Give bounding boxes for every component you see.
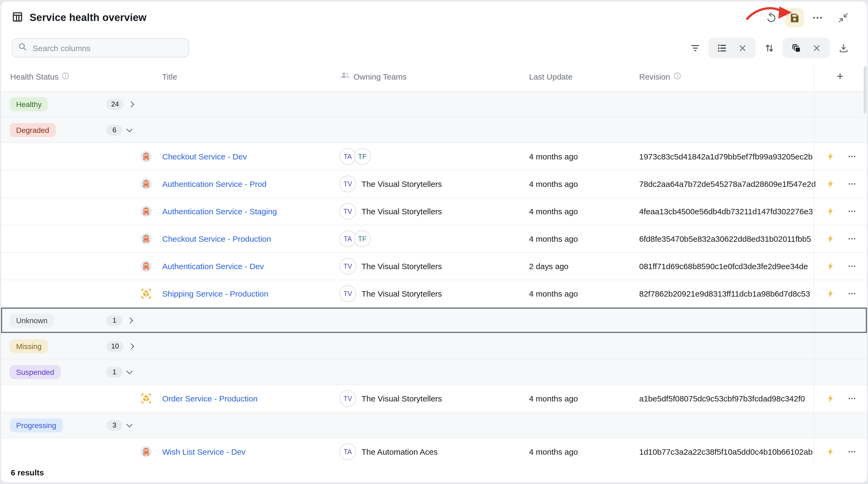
service-title-link[interactable]: Authentication Service - Staging <box>162 207 277 216</box>
status-badge: Healthy <box>10 97 48 111</box>
table-widget-card: Service health overview <box>1 2 867 482</box>
team-avatar: TF <box>354 148 371 165</box>
group-chevron-icon[interactable] <box>126 421 133 428</box>
table-footer: 6 results <box>1 462 867 482</box>
owning-teams-cell: TVThe Visual Storytellers <box>339 390 442 407</box>
column-title[interactable]: Title <box>162 62 177 91</box>
actions-lightning-icon[interactable] <box>826 261 835 271</box>
list-view-icon[interactable] <box>714 40 730 55</box>
page-title: Service health overview <box>30 12 147 24</box>
row-menu-icon[interactable] <box>847 394 856 403</box>
actions-lightning-icon[interactable] <box>826 289 835 298</box>
info-icon[interactable] <box>673 72 681 81</box>
group-chevron-icon[interactable] <box>128 101 134 107</box>
owning-teams-cell: TVThe Visual Storytellers <box>339 203 442 220</box>
actions-lightning-icon[interactable] <box>826 152 835 161</box>
row-menu-icon[interactable] <box>847 234 856 243</box>
add-column-button[interactable]: + <box>830 68 850 85</box>
status-badge: Missing <box>10 339 48 353</box>
group-row[interactable]: Missing 10 <box>1 333 867 359</box>
group-count-badge: 6 <box>106 124 122 135</box>
service-icon <box>140 178 152 190</box>
owning-teams-cell: TVThe Visual Storytellers <box>339 176 442 192</box>
service-title-link[interactable]: Checkout Service - Dev <box>162 152 247 161</box>
column-health-status[interactable]: Health Status <box>10 62 69 91</box>
row-menu-icon[interactable] <box>847 289 856 298</box>
column-health-status-label: Health Status <box>10 72 59 81</box>
table-header: Health Status Title Owning Teams Last Up… <box>1 62 867 91</box>
group-row[interactable]: Suspended 1 <box>1 359 867 385</box>
owning-teams-cell: TAThe Automation Aces <box>339 444 438 460</box>
actions-lightning-icon[interactable] <box>826 394 835 403</box>
search-input[interactable] <box>32 43 183 53</box>
actions-lightning-icon[interactable] <box>826 179 835 189</box>
row-menu-icon[interactable] <box>847 180 856 188</box>
group-row[interactable]: Unknown 1 <box>1 307 867 333</box>
group-count-badge: 1 <box>106 367 122 377</box>
revision-cell: 1d10b77c3a2a22c38f5f10a5dd0c4b10b66102ab <box>639 447 813 456</box>
service-title-link[interactable]: Checkout Service - Production <box>162 234 271 243</box>
team-name: The Visual Storytellers <box>362 207 442 216</box>
group-chevron-icon[interactable] <box>128 343 134 349</box>
group-count-badge: 3 <box>106 420 122 430</box>
status-badge: Progressing <box>10 418 63 432</box>
team-avatar: TA <box>339 148 356 165</box>
vertical-scrollbar[interactable] <box>864 66 866 113</box>
info-icon[interactable] <box>62 72 69 81</box>
table-row: Checkout Service - Dev TATF 4 months ago… <box>1 143 867 170</box>
actions-lightning-icon[interactable] <box>826 206 835 216</box>
header-left: Service health overview <box>12 2 147 34</box>
revision-cell: 081ff71d69c68b8590c1e0fcd3de3fe2d9ee34de <box>639 262 808 271</box>
table-body: Healthy 24 Degraded 6 Checkout Service -… <box>1 91 867 462</box>
actions-lightning-icon[interactable] <box>826 234 835 244</box>
column-revision[interactable]: Revision <box>639 62 681 91</box>
service-title-link[interactable]: Order Service - Production <box>162 394 257 403</box>
group-chevron-icon[interactable] <box>127 317 133 323</box>
team-name: The Visual Storytellers <box>362 262 442 271</box>
group-row[interactable]: Degraded 6 <box>1 117 867 143</box>
page: Service health overview <box>0 0 868 484</box>
column-owning-teams-label: Owning Teams <box>353 72 407 81</box>
group-by-icon[interactable] <box>788 40 804 55</box>
table-row: Authentication Service - Dev TVThe Visua… <box>1 252 867 280</box>
download-icon[interactable] <box>836 40 851 55</box>
actions-lightning-icon[interactable] <box>826 447 835 457</box>
column-last-update[interactable]: Last Update <box>529 62 572 91</box>
group-row-controls: 24 <box>106 99 133 109</box>
column-owning-teams[interactable]: Owning Teams <box>340 62 407 91</box>
more-options-button[interactable] <box>809 9 826 26</box>
view-pill <box>709 38 756 58</box>
group-count-badge: 10 <box>106 341 124 351</box>
sort-icon[interactable] <box>762 40 777 55</box>
filter-icon[interactable] <box>687 40 703 55</box>
last-update-cell: 4 months ago <box>529 152 578 161</box>
collapse-icon[interactable] <box>835 9 852 26</box>
last-update-cell: 4 months ago <box>529 394 578 403</box>
group-chevron-icon[interactable] <box>126 126 133 132</box>
revision-cell: 1973c83c5d41842a1d79bb5ef7fb99a93205ec2b <box>639 152 813 161</box>
clear-view-icon[interactable] <box>735 40 750 55</box>
row-menu-icon[interactable] <box>847 207 856 216</box>
row-menu-icon[interactable] <box>847 152 856 161</box>
group-chevron-icon[interactable] <box>126 368 133 374</box>
owning-teams-cell: TATF <box>339 148 371 165</box>
row-menu-icon[interactable] <box>847 262 856 271</box>
group-row[interactable]: Progressing 3 <box>1 412 867 438</box>
team-avatar: TA <box>339 444 356 460</box>
results-count: 6 results <box>11 467 44 477</box>
last-update-cell: 4 months ago <box>529 179 578 189</box>
save-button[interactable] <box>785 8 804 27</box>
service-title-link[interactable]: Shipping Service - Production <box>162 289 268 298</box>
service-title-link[interactable]: Wish List Service - Dev <box>162 447 245 456</box>
team-name: The Visual Storytellers <box>362 394 442 403</box>
service-title-link[interactable]: Authentication Service - Dev <box>162 262 264 271</box>
revision-cell: 6fd8fe35470b5e832a30622dd8ed31b02011fbb5 <box>639 234 811 243</box>
search-box[interactable] <box>12 38 189 58</box>
undo-button[interactable] <box>763 9 780 26</box>
group-row[interactable]: Healthy 24 <box>1 91 867 117</box>
group-row-controls: 10 <box>106 341 133 351</box>
clear-group-by-icon[interactable] <box>809 40 824 55</box>
service-title-link[interactable]: Authentication Service - Prod <box>162 179 267 189</box>
row-menu-icon[interactable] <box>847 448 856 456</box>
revision-cell: 4feaa13cb4500e56db4db73211d147fd302276e3 <box>639 207 813 216</box>
